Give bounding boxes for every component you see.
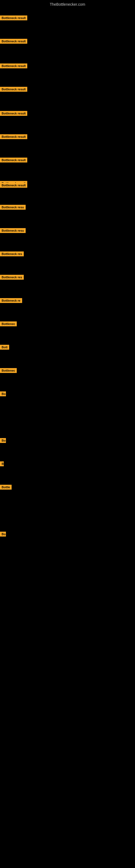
bottleneck-badge-12: Bottleneck res — [0, 251, 24, 257]
bottleneck-badge-10: Bottleneck resu — [0, 205, 26, 211]
bottleneck-badge-5: Bottleneck result — [0, 111, 27, 117]
bottleneck-badge-20: B — [0, 461, 4, 467]
badge-label-10: Bottleneck resu — [0, 205, 26, 210]
badge-label-1: Bottleneck result — [0, 16, 27, 20]
bottleneck-badge-11: Bottleneck resu — [0, 228, 26, 234]
bottleneck-badge-9: Bottleneck result — [0, 183, 27, 189]
badge-label-3: Bottleneck result — [0, 63, 27, 68]
badge-label-22: Bo — [0, 532, 6, 536]
bottleneck-badge-4: Bottleneck result — [0, 87, 27, 93]
bottleneck-badge-7: Bottleneck result — [0, 158, 27, 163]
site-title: TheBottlenecker.com — [0, 0, 135, 9]
badge-label-13: Bottleneck res — [0, 275, 24, 280]
bottleneck-badge-3: Bottleneck result — [0, 63, 27, 69]
bottleneck-badge-6: Bottleneck result — [0, 134, 27, 140]
badge-label-14: Bottleneck re — [0, 298, 22, 303]
badge-label-4: Bottleneck result — [0, 87, 27, 92]
bottleneck-badge-18: Bo — [0, 392, 6, 397]
badge-label-17: Bottlenec — [0, 368, 17, 373]
badge-label-11: Bottleneck resu — [0, 228, 26, 233]
badge-label-7: Bottleneck result — [0, 158, 27, 162]
badge-label-18: Bo — [0, 392, 6, 396]
badge-label-6: Bottleneck result — [0, 134, 27, 139]
bottleneck-badge-2: Bottleneck result — [0, 39, 27, 45]
badge-label-19: Bo — [0, 438, 6, 443]
badge-label-15: Bottlenec — [0, 321, 17, 326]
bottleneck-badge-14: Bottleneck re — [0, 298, 22, 304]
badge-label-2: Bottleneck result — [0, 39, 27, 44]
badge-label-12: Bottleneck res — [0, 251, 24, 256]
bottleneck-badge-21: Bottle — [0, 485, 12, 491]
bottleneck-badge-16: Bott — [0, 345, 9, 351]
badge-label-5: Bottleneck result — [0, 111, 27, 116]
badge-label-20: B — [0, 461, 4, 466]
bottleneck-badge-17: Bottlenec — [0, 368, 17, 374]
badge-label-21: Bottle — [0, 485, 12, 490]
bottleneck-badge-19: Bo — [0, 438, 6, 444]
bottleneck-badge-1: Bottleneck result — [0, 16, 27, 22]
badge-label-16: Bott — [0, 345, 9, 350]
badge-label-9: Bottleneck result — [0, 183, 27, 188]
bottleneck-badge-15: Bottlenec — [0, 321, 17, 328]
bottleneck-badge-22: Bo — [0, 532, 6, 538]
bottleneck-badge-13: Bottleneck res — [0, 275, 24, 281]
